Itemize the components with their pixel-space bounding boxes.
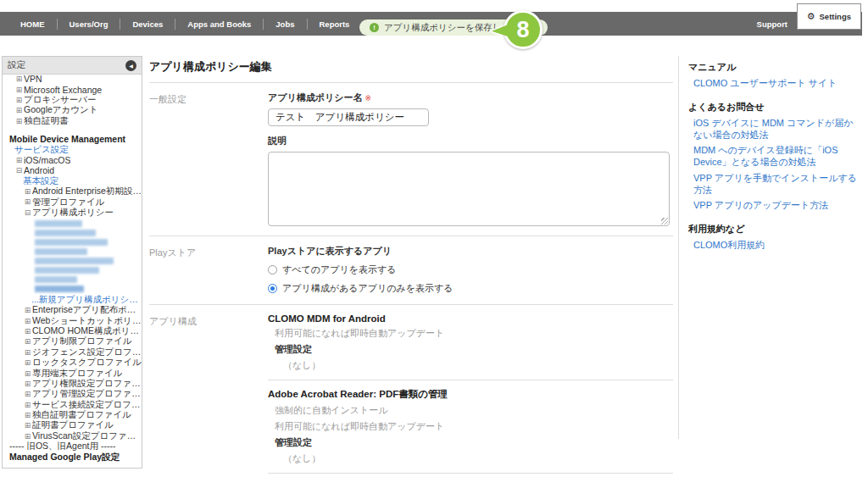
app-mgmt-label: 管理設定	[275, 343, 673, 356]
sidebar-item-app-restriction-profile[interactable]: ⊞アプリ制限プロファイル	[3, 336, 142, 347]
expand-icon[interactable]: ⊞	[23, 432, 32, 441]
sidebar-item-app-permission-profile[interactable]: ⊞アプリ権限設定プロファイル	[3, 379, 142, 389]
redacted-item[interactable]	[35, 220, 82, 228]
help-header-manual: マニュアル	[688, 61, 861, 74]
collapse-icon[interactable]: ⊟	[14, 166, 24, 175]
sidebar-item-management-profile[interactable]: ⊞管理プロファイル	[3, 197, 142, 207]
app-mgmt-value: （なし）	[283, 452, 673, 465]
policy-name-input[interactable]	[268, 108, 429, 126]
radio-selected-icon[interactable]	[268, 284, 277, 293]
radio-show-configured-apps[interactable]: アプリ構成があるアプリのみを表示する	[268, 282, 673, 295]
redacted-item[interactable]	[35, 239, 108, 247]
nav-item-devices[interactable]: Devices	[120, 19, 175, 29]
sidebar-group-managed-google-play: Managed Google Play設定	[3, 452, 142, 462]
sidebar-item-vpn[interactable]: ⊞VPN	[3, 74, 142, 84]
nav-item-users-org[interactable]: Users/Org	[58, 19, 120, 29]
sidebar-item-ios-macos[interactable]: ⊞iOS/macOS	[3, 155, 142, 165]
sidebar-item-app-management-profile[interactable]: ⊞アプリ管理設定プロファイル	[3, 389, 142, 399]
nav-item-home[interactable]: HOME	[8, 19, 57, 29]
divider	[268, 473, 673, 474]
description-textarea[interactable]	[268, 152, 670, 226]
expand-icon[interactable]: ⊞	[23, 390, 32, 398]
sidebar-item-lock-task-profile[interactable]: ⊞ロックタスクプロファイル	[3, 358, 142, 368]
redacted-item[interactable]	[35, 267, 99, 274]
app-name: Adobe Acrobat Reader: PDF書類の管理	[268, 388, 673, 401]
expand-icon[interactable]: ⊞	[14, 86, 24, 94]
section-label-general: 一般設定	[149, 92, 268, 226]
sidebar-item-exchange[interactable]: ⊞Microsoft Exchange	[3, 84, 142, 94]
help-link-faq-1[interactable]: iOS デバイスに MDM コマンドが届かない場合の対処法	[693, 118, 861, 141]
expand-icon[interactable]: ⊞	[23, 317, 32, 325]
sidebar-item-proxy[interactable]: ⊞プロキシサーバー	[3, 95, 142, 105]
sidebar-item-android-enterprise-init[interactable]: ⊞Android Enterprise初期設定...	[3, 186, 142, 197]
sidebar-item-enterprise-app-dist-policy[interactable]: ⊞Enterpriseアプリ配布ポリシー	[3, 305, 142, 315]
policy-name-label: アプリ構成ポリシー名※	[268, 92, 673, 104]
help-panel: マニュアル CLOMO ユーザーサポート サイト よくあるお問合せ iOS デバ…	[688, 61, 861, 263]
redacted-item[interactable]	[35, 248, 87, 256]
help-link-faq-2[interactable]: MDM へのデバイス登録時に「iOS Device」となる場合の対処法	[693, 145, 861, 169]
radio-icon[interactable]	[268, 265, 277, 274]
sidebar-item-dedicated-device-profile[interactable]: ⊞専用端末プロファイル	[3, 368, 142, 378]
expand-icon[interactable]: ⊞	[23, 358, 32, 367]
expand-icon[interactable]: ⊞	[23, 369, 32, 378]
sidebar-item-custom-cert[interactable]: ⊞独自証明書	[3, 116, 142, 126]
expand-icon[interactable]: ⊞	[14, 75, 24, 83]
nav-item-support[interactable]: Support	[757, 12, 787, 36]
sidebar-item-virusscan-profile[interactable]: ⊞VirusScan設定プロファイル	[3, 431, 142, 441]
expand-icon[interactable]: ⊞	[23, 187, 32, 196]
divider	[268, 380, 673, 380]
app-mgmt-value: （なし）	[283, 359, 673, 372]
sidebar-item-google-account[interactable]: ⊞Googleアカウント	[3, 105, 142, 115]
sidebar-collapse-button[interactable]: ◀	[125, 60, 136, 71]
sidebar-item-web-shortcut-policy[interactable]: ⊞Webショートカットポリシー	[3, 315, 142, 325]
app-config-item-clomo-mdm: CLOMO MDM for Android 利用可能になれば即時自動アップデート…	[268, 313, 673, 372]
expand-icon[interactable]: ⊞	[14, 117, 24, 125]
help-link-faq-3[interactable]: VPP アプリを手動でインストールする方法	[693, 173, 861, 197]
expand-icon[interactable]: ⊞	[23, 380, 32, 388]
nav-item-jobs[interactable]: Jobs	[264, 19, 306, 29]
tab-settings[interactable]: ⚙ Settings	[797, 3, 861, 30]
sidebar-item-clomo-home-config-policy[interactable]: ⊞CLOMO HOME構成ポリシー	[3, 326, 142, 336]
sidebar-item-new-app-config-policy[interactable]: ...新規アプリ構成ポリシーを...	[3, 295, 142, 305]
sidebar-item-service-settings[interactable]: サービス設定	[3, 144, 142, 154]
collapse-icon[interactable]: ⊟	[23, 208, 32, 217]
resize-grip[interactable]	[661, 218, 668, 225]
settings-tab-label: Settings	[820, 12, 851, 21]
expand-icon[interactable]: ⊞	[14, 96, 24, 104]
help-header-terms: 利用規約など	[688, 223, 861, 236]
nav-menu: HOME Users/Org Devices Apps and Books Jo…	[8, 19, 361, 30]
redacted-item[interactable]	[35, 286, 84, 293]
help-link-faq-4[interactable]: VPP アプリのアップデート方法	[693, 200, 861, 212]
expand-icon[interactable]: ⊞	[23, 411, 32, 419]
redacted-item[interactable]	[35, 258, 114, 265]
nav-item-apps-and-books[interactable]: Apps and Books	[175, 19, 263, 29]
help-link-terms[interactable]: CLOMO利用規約	[693, 240, 861, 252]
sidebar-item-geofence-profile[interactable]: ⊞ジオフェンス設定プロファイル	[3, 347, 142, 358]
radio-show-all-apps[interactable]: すべてのアプリを表示する	[268, 263, 673, 276]
app-mgmt-label: 管理設定	[275, 436, 673, 449]
expand-icon[interactable]: ⊞	[23, 421, 32, 430]
sidebar-item-app-config-policy[interactable]: ⊟アプリ構成ポリシー	[3, 208, 142, 218]
sidebar-item-basic-settings[interactable]: 基本設定	[3, 176, 142, 186]
sidebar-item-service-connection-profile[interactable]: ⊞サービス接続設定プロファイル	[3, 399, 142, 409]
sidebar-title: 設定	[8, 59, 25, 71]
redacted-item[interactable]	[35, 230, 96, 237]
expand-icon[interactable]: ⊞	[23, 197, 32, 206]
expand-icon[interactable]: ⊞	[14, 106, 24, 114]
redacted-item[interactable]	[35, 276, 77, 284]
sidebar-item-cert-profile[interactable]: ⊞証明書プロファイル	[3, 420, 142, 430]
expand-icon[interactable]: ⊞	[23, 306, 32, 314]
help-link-support-site[interactable]: CLOMO ユーザーサポート サイト	[693, 78, 861, 90]
expand-icon[interactable]: ⊞	[23, 348, 32, 357]
sidebar-item-android[interactable]: ⊟Android	[3, 165, 142, 175]
panel-divider	[678, 56, 679, 439]
sidebar-item-custom-cert-profile[interactable]: ⊞独自証明書プロファイル	[3, 410, 142, 420]
expand-icon[interactable]: ⊞	[23, 337, 32, 346]
expand-icon[interactable]: ⊞	[23, 401, 32, 409]
expand-icon[interactable]: ⊞	[14, 156, 24, 164]
expand-icon[interactable]: ⊞	[23, 327, 32, 336]
nav-item-reports[interactable]: Reports	[308, 19, 362, 29]
section-label-playstore: Playストア	[149, 245, 268, 295]
settings-tree: ⊞VPN ⊞Microsoft Exchange ⊞プロキシサーバー ⊞Goog…	[3, 70, 142, 463]
info-icon: !	[370, 23, 379, 32]
